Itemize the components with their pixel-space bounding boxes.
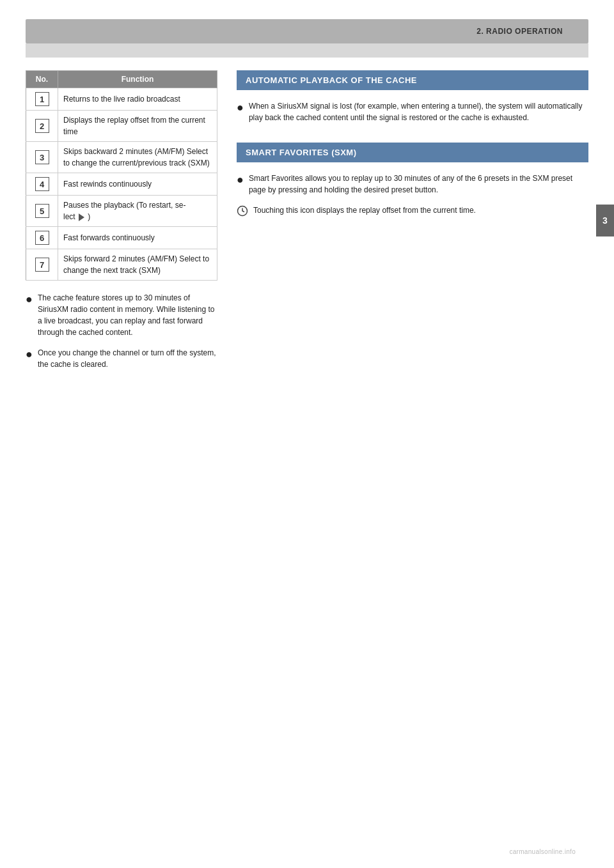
table-header-no: No. bbox=[26, 71, 58, 88]
bullet-text: Touching this icon displays the replay o… bbox=[253, 205, 476, 216]
table-header-function: Function bbox=[58, 71, 217, 88]
right-bullet-item: ●Smart Favorites allows you to replay up… bbox=[237, 173, 588, 196]
auto-playback-bullets: ●When a SiriusXM signal is lost (for exa… bbox=[237, 100, 588, 123]
table-row: 5Pauses the playback (To restart, se-lec… bbox=[26, 196, 217, 227]
bullet-dot: ● bbox=[26, 291, 33, 308]
table-cell-function: Displays the replay offset from the curr… bbox=[58, 111, 217, 142]
table-cell-number: 5 bbox=[26, 196, 58, 227]
number-box: 6 bbox=[35, 231, 49, 245]
table-row: 1Returns to the live radio broadcast bbox=[26, 88, 217, 111]
section-title: 2. RADIO OPERATION bbox=[476, 27, 563, 36]
function-table: No. Function 1Returns to the live radio … bbox=[26, 70, 217, 281]
table-row: 3Skips backward 2 minutes (AM/FM) Select… bbox=[26, 142, 217, 173]
clock-icon bbox=[237, 205, 248, 220]
table-cell-function: Pauses the playback (To restart, se-lect… bbox=[58, 196, 217, 227]
number-box: 3 bbox=[35, 150, 49, 164]
table-cell-number: 2 bbox=[26, 111, 58, 142]
number-box: 4 bbox=[35, 177, 49, 191]
smart-favorites-bullets: ●Smart Favorites allows you to replay up… bbox=[237, 173, 588, 220]
number-box: 1 bbox=[35, 92, 49, 106]
bullet-text: Once you change the channel or turn off … bbox=[38, 347, 217, 370]
table-cell-number: 1 bbox=[26, 88, 58, 111]
clock-bullet-item: Touching this icon displays the replay o… bbox=[237, 205, 588, 220]
number-box: 7 bbox=[35, 258, 49, 272]
left-bullet-item: ●The cache feature stores up to 30 minut… bbox=[26, 292, 217, 338]
bullet-text: Smart Favorites allows you to replay up … bbox=[249, 173, 588, 196]
bullet-dot: ● bbox=[237, 99, 244, 116]
number-box: 2 bbox=[35, 119, 49, 133]
table-cell-number: 6 bbox=[26, 227, 58, 249]
left-column: No. Function 1Returns to the live radio … bbox=[26, 70, 217, 379]
main-content: No. Function 1Returns to the live radio … bbox=[26, 70, 588, 379]
table-cell-number: 4 bbox=[26, 173, 58, 196]
table-cell-function: Skips forward 2 minutes (AM/FM) Select t… bbox=[58, 249, 217, 281]
table-cell-function: Fast forwards continuously bbox=[58, 227, 217, 249]
right-bullet-item: ●When a SiriusXM signal is lost (for exa… bbox=[237, 100, 588, 123]
table-row: 2Displays the replay offset from the cur… bbox=[26, 111, 217, 142]
automatic-playback-section-title: AUTOMATIC PLAYBACK OF THE CACHE bbox=[237, 70, 588, 90]
table-cell-function: Fast rewinds continuously bbox=[58, 173, 217, 196]
left-bullet-section: ●The cache feature stores up to 30 minut… bbox=[26, 292, 217, 370]
table-row: 7Skips forward 2 minutes (AM/FM) Select … bbox=[26, 249, 217, 281]
left-bullet-item: ●Once you change the channel or turn off… bbox=[26, 347, 217, 370]
table-cell-number: 3 bbox=[26, 142, 58, 173]
table-row: 4Fast rewinds continuously bbox=[26, 173, 217, 196]
bullet-dot: ● bbox=[237, 171, 244, 189]
table-cell-function: Skips backward 2 minutes (AM/FM) Select … bbox=[58, 142, 217, 173]
header-bar: 2. RADIO OPERATION bbox=[26, 19, 588, 43]
bullet-text: The cache feature stores up to 30 minute… bbox=[38, 292, 217, 338]
table-cell-number: 7 bbox=[26, 249, 58, 281]
watermark: carmanualsonline.info bbox=[509, 848, 576, 855]
page-number-tab: 3 bbox=[596, 205, 614, 236]
bullet-dot: ● bbox=[26, 346, 33, 363]
play-icon bbox=[79, 213, 84, 221]
number-box: 5 bbox=[35, 204, 49, 218]
bullet-text: When a SiriusXM signal is lost (for exam… bbox=[249, 100, 588, 123]
table-row: 6Fast forwards continuously bbox=[26, 227, 217, 249]
sub-header-bar bbox=[26, 43, 588, 58]
right-column: AUTOMATIC PLAYBACK OF THE CACHE ●When a … bbox=[237, 70, 588, 379]
table-cell-function: Returns to the live radio broadcast bbox=[58, 88, 217, 111]
smart-favorites-section-title: SMART FAVORITES (SXM) bbox=[237, 143, 588, 162]
